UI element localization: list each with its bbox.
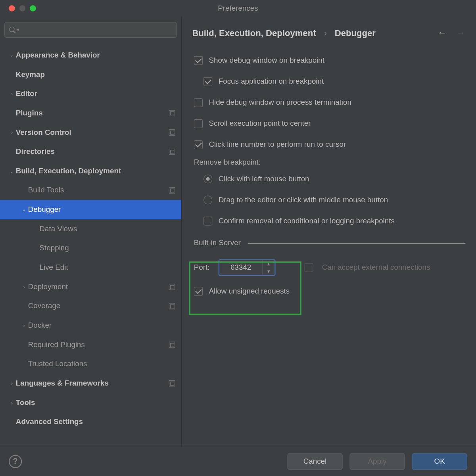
sidebar-item-label: Debugger xyxy=(28,205,61,214)
sidebar-item-debugger[interactable]: ⌄Debugger xyxy=(0,200,181,219)
sidebar-item-label: Required Plugins xyxy=(28,340,85,349)
label-scroll-center: Scroll execution point to center xyxy=(209,119,311,128)
help-button[interactable]: ? xyxy=(9,455,22,468)
chevron-right-icon: › xyxy=(8,52,16,58)
sidebar-item-label: Keymap xyxy=(16,70,45,79)
breadcrumb-parent[interactable]: Build, Execution, Deployment xyxy=(192,28,316,38)
chevron-right-icon: › xyxy=(20,284,28,290)
sidebar-item-directories[interactable]: ›Directories xyxy=(0,142,181,161)
label-allow-unsigned: Allow unsigned requests xyxy=(209,287,290,296)
checkbox-allow-unsigned[interactable] xyxy=(194,287,203,296)
port-stepper[interactable]: ▲▼ xyxy=(262,260,274,275)
ok-button[interactable]: OK xyxy=(412,453,467,470)
sidebar-item-coverage[interactable]: ›Coverage xyxy=(0,297,181,316)
sidebar-item-label: Editor xyxy=(16,90,37,98)
sidebar-item-advanced-settings[interactable]: ›Advanced Settings xyxy=(0,413,181,432)
sidebar-item-tools[interactable]: ›Tools xyxy=(0,393,181,413)
radio-click-left[interactable] xyxy=(203,175,212,183)
breadcrumb: Build, Execution, Deployment › Debugger … xyxy=(192,27,465,39)
label-confirm-removal: Confirm removal of conditional or loggin… xyxy=(219,217,395,225)
port-spinner[interactable]: ▲▼ xyxy=(219,259,276,276)
preferences-sidebar: ▾ ›Appearance & Behavior›Keymap›Editor›P… xyxy=(0,17,182,447)
project-scope-icon xyxy=(169,187,175,193)
port-input[interactable] xyxy=(219,260,262,275)
checkbox-show-debug-window[interactable] xyxy=(194,56,203,65)
zoom-window-icon[interactable] xyxy=(30,5,36,11)
stepper-up-icon[interactable]: ▲ xyxy=(263,260,274,268)
checkbox-scroll-center[interactable] xyxy=(194,119,203,128)
sidebar-item-label: Languages & Frameworks xyxy=(16,379,109,388)
remove-breakpoint-label: Remove breakpoint: xyxy=(194,158,466,167)
sidebar-item-label: Appearance & Behavior xyxy=(16,51,100,60)
sidebar-item-editor[interactable]: ›Editor xyxy=(0,84,181,104)
sidebar-item-live-edit[interactable]: ›Live Edit xyxy=(0,258,181,277)
sidebar-item-label: Build, Execution, Deployment xyxy=(16,167,121,175)
sidebar-item-label: Live Edit xyxy=(40,263,68,272)
minimize-window-icon[interactable] xyxy=(19,5,25,11)
project-scope-icon xyxy=(169,303,175,309)
cancel-button[interactable]: Cancel xyxy=(287,453,342,470)
port-label: Port: xyxy=(194,263,210,272)
label-external-connections: Can accept external connections xyxy=(322,263,430,272)
chevron-right-icon: › xyxy=(8,380,16,386)
apply-button: Apply xyxy=(349,453,405,470)
label-radio-drag-middle: Drag to the editor or click with middle … xyxy=(219,196,388,204)
sidebar-item-languages-frameworks[interactable]: ›Languages & Frameworks xyxy=(0,374,181,393)
chevron-right-icon: › xyxy=(8,399,16,405)
sidebar-item-data-views[interactable]: ›Data Views xyxy=(0,219,181,239)
label-show-debug-window: Show debug window on breakpoint xyxy=(209,56,324,65)
built-in-server-title: Built-in Server xyxy=(194,239,241,248)
window-title: Preferences xyxy=(218,4,258,13)
sidebar-item-label: Tools xyxy=(16,398,35,407)
chevron-down-icon: ⌄ xyxy=(8,168,16,174)
checkbox-click-line-number[interactable] xyxy=(194,140,203,149)
sidebar-item-keymap[interactable]: ›Keymap xyxy=(0,65,181,84)
label-click-line-number: Click line number to perform run to curs… xyxy=(209,140,346,149)
nav-back-icon[interactable]: ← xyxy=(438,27,447,39)
breadcrumb-current: Debugger xyxy=(335,28,376,38)
sidebar-item-stepping[interactable]: ›Stepping xyxy=(0,239,181,258)
sidebar-item-label: Trusted Locations xyxy=(28,360,87,369)
project-scope-icon xyxy=(169,110,175,116)
checkbox-focus-application[interactable] xyxy=(203,77,212,86)
checkbox-hide-debug-window[interactable] xyxy=(194,98,203,107)
sidebar-item-deployment[interactable]: ›Deployment xyxy=(0,277,181,297)
label-hide-debug-window: Hide debug window on process termination xyxy=(209,98,351,107)
project-scope-icon xyxy=(169,149,175,155)
checkbox-external-connections xyxy=(304,263,313,272)
sidebar-item-label: Coverage xyxy=(28,302,61,311)
sidebar-item-appearance-behavior[interactable]: ›Appearance & Behavior xyxy=(0,46,181,65)
sidebar-item-required-plugins[interactable]: ›Required Plugins xyxy=(0,335,181,355)
sidebar-item-version-control[interactable]: ›Version Control xyxy=(0,123,181,142)
sidebar-item-plugins[interactable]: ›Plugins xyxy=(0,104,181,123)
sidebar-item-label: Data Views xyxy=(40,225,77,233)
project-scope-icon xyxy=(169,129,175,135)
sidebar-item-label: Build Tools xyxy=(28,186,64,195)
sidebar-item-build-tools[interactable]: ›Build Tools xyxy=(0,181,181,200)
checkbox-confirm-removal[interactable] xyxy=(203,217,212,225)
titlebar: Preferences xyxy=(0,0,476,17)
sidebar-item-label: Advanced Settings xyxy=(16,418,83,426)
chevron-right-icon: › xyxy=(20,322,28,328)
label-radio-click-left: Click with left mouse button xyxy=(219,175,309,183)
sidebar-item-docker[interactable]: ›Docker xyxy=(0,316,181,335)
chevron-right-icon: › xyxy=(8,91,16,97)
stepper-down-icon[interactable]: ▼ xyxy=(263,268,274,275)
close-window-icon[interactable] xyxy=(9,5,15,11)
sidebar-item-trusted-locations[interactable]: ›Trusted Locations xyxy=(0,355,181,374)
chevron-right-icon: › xyxy=(8,129,16,135)
breadcrumb-separator: › xyxy=(324,28,326,38)
preferences-content: Build, Execution, Deployment › Debugger … xyxy=(182,17,476,447)
sidebar-item-label: Docker xyxy=(28,321,52,330)
project-scope-icon xyxy=(169,342,175,347)
section-divider xyxy=(248,243,466,243)
project-scope-icon xyxy=(169,380,175,386)
project-scope-icon xyxy=(169,284,175,290)
chevron-down-icon: ⌄ xyxy=(20,207,28,213)
sidebar-item-label: Deployment xyxy=(28,282,68,291)
search-input[interactable]: ▾ xyxy=(4,22,177,38)
sidebar-item-build-execution-deployment[interactable]: ⌄Build, Execution, Deployment xyxy=(0,161,181,181)
breadcrumb-nav: ← → xyxy=(438,27,466,39)
radio-drag-middle[interactable] xyxy=(203,196,212,204)
sidebar-item-label: Version Control xyxy=(16,128,71,137)
